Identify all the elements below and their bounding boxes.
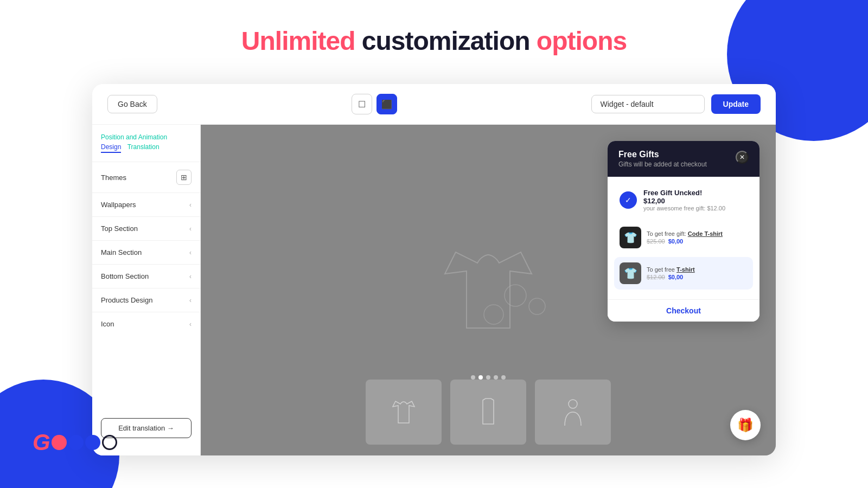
desktop-icon: ⬛ bbox=[381, 99, 392, 110]
gift-item-1-original-price: $25.00 bbox=[647, 238, 665, 245]
page-heading: Unlimited customization options bbox=[0, 26, 868, 56]
gift-item-2-label: To get free T-shirt bbox=[647, 266, 695, 273]
logo-circle-4 bbox=[102, 435, 117, 450]
gift-item-2-prices: $12.00 $0,00 bbox=[647, 274, 695, 280]
update-button[interactable]: Update bbox=[711, 94, 761, 114]
preview-products bbox=[201, 369, 776, 455]
gift-item-1-free-price: $0,00 bbox=[668, 238, 684, 245]
product-tshirt-1-icon bbox=[387, 396, 420, 428]
gifts-popup-header-text: Free Gifts Gifts will be added at checko… bbox=[618, 150, 707, 168]
products-design-label: Products Design bbox=[101, 296, 152, 304]
logo-circle-3 bbox=[85, 435, 100, 450]
active-gift-info: Free Gift Uncked! $12,00 your awesome fr… bbox=[643, 189, 725, 211]
products-design-chevron-icon: ‹ bbox=[189, 297, 192, 304]
gift-thumb-1: 👕 bbox=[620, 227, 641, 248]
gift-item-2-pre: To get free bbox=[647, 266, 676, 273]
gift-item-1: 👕 To get free gift: Code T-shirt $25.00 … bbox=[614, 221, 753, 254]
gift-item-1-link: Code T-shirt bbox=[688, 230, 723, 237]
mobile-view-button[interactable]: ☐ bbox=[352, 94, 372, 114]
toolbar: Go Back ☐ ⬛ Update bbox=[92, 84, 776, 125]
go-back-button[interactable]: Go Back bbox=[107, 95, 157, 113]
main-content: Position and Animation Design Translatio… bbox=[92, 125, 776, 455]
icon-chevron-icon: ‹ bbox=[189, 320, 192, 328]
themes-icon-button[interactable]: ⊞ bbox=[176, 170, 192, 185]
gifts-body: ✓ Free Gift Uncked! $12,00 your awesome … bbox=[608, 177, 760, 299]
gift-item-1-pre: To get free gift: bbox=[647, 230, 688, 237]
sidebar-item-bottom-section[interactable]: Bottom Section ‹ bbox=[92, 264, 200, 288]
gifts-popup-header: Free Gifts Gifts will be added at checko… bbox=[608, 141, 760, 177]
gift-item-2-details: To get free T-shirt $12.00 $0,00 bbox=[647, 266, 695, 280]
tshirt-icon-2: 👕 bbox=[624, 267, 637, 280]
tshirt-icon-1: 👕 bbox=[624, 231, 637, 244]
active-gift-desc: your awesome free gift: $12.00 bbox=[643, 205, 725, 211]
sidebar-item-products-design[interactable]: Products Design ‹ bbox=[92, 288, 200, 312]
gift-item-1-details: To get free gift: Code T-shirt $25.00 $0… bbox=[647, 230, 723, 245]
top-section-label: Top Section bbox=[101, 224, 138, 233]
widget-select-input[interactable] bbox=[591, 95, 705, 113]
main-section-chevron-icon: ‹ bbox=[189, 249, 192, 256]
gift-thumb-2: 👕 bbox=[620, 262, 641, 284]
device-toggle: ☐ ⬛ bbox=[352, 94, 397, 114]
gifts-popup-title: Free Gifts bbox=[618, 150, 707, 159]
product-placeholder-2 bbox=[450, 380, 526, 445]
gift-float-icon: 🎁 bbox=[737, 418, 754, 433]
tab-position-animation[interactable]: Position and Animation bbox=[101, 133, 167, 141]
mobile-icon: ☐ bbox=[358, 99, 366, 110]
gift-item-2-original-price: $12.00 bbox=[647, 274, 665, 280]
logo: G bbox=[33, 429, 117, 455]
product-sketch-svg bbox=[412, 230, 564, 350]
gift-item-1-prices: $25.00 $0,00 bbox=[647, 238, 723, 245]
logo-circles bbox=[52, 435, 117, 450]
gift-item-2: 👕 To get free T-shirt $12.00 $0,00 bbox=[614, 257, 753, 290]
sidebar-item-wallpapers[interactable]: Wallpapers ‹ bbox=[92, 192, 200, 216]
svg-point-3 bbox=[569, 400, 577, 408]
sidebar-tabs: Position and Animation Design Translatio… bbox=[92, 133, 200, 162]
sidebar: Position and Animation Design Translatio… bbox=[92, 125, 201, 455]
preview-center-product bbox=[412, 230, 564, 350]
wallpapers-chevron-icon: ‹ bbox=[189, 201, 192, 209]
active-gift-price: $12,00 bbox=[643, 197, 725, 205]
sidebar-item-themes[interactable]: Themes ⊞ bbox=[92, 162, 200, 192]
gift-item-2-free-price: $0,00 bbox=[668, 274, 684, 280]
svg-point-1 bbox=[529, 298, 545, 314]
product-placeholder-1 bbox=[366, 380, 442, 445]
sidebar-item-main-section[interactable]: Main Section ‹ bbox=[92, 240, 200, 264]
themes-layout-icon: ⊞ bbox=[181, 173, 187, 182]
product-placeholder-3 bbox=[535, 380, 611, 445]
gift-item-2-link: T-shirt bbox=[676, 266, 695, 273]
desktop-view-button[interactable]: ⬛ bbox=[376, 94, 397, 114]
bottom-section-label: Bottom Section bbox=[101, 272, 149, 280]
wallpapers-label: Wallpapers bbox=[101, 201, 136, 209]
gift-item-1-label: To get free gift: Code T-shirt bbox=[647, 230, 723, 237]
sidebar-item-icon[interactable]: Icon ‹ bbox=[92, 312, 200, 336]
preview-area: Free Gifts Gifts will be added at checko… bbox=[201, 125, 776, 455]
product-tshirt-2-icon bbox=[472, 396, 505, 428]
icon-label: Icon bbox=[101, 320, 114, 328]
gifts-close-button[interactable]: ✕ bbox=[736, 151, 749, 164]
svg-point-2 bbox=[484, 305, 503, 324]
checkout-button[interactable]: Checkout bbox=[608, 299, 760, 322]
top-section-chevron-icon: ‹ bbox=[189, 225, 192, 233]
toolbar-right: Update bbox=[591, 94, 761, 114]
tab-design[interactable]: Design bbox=[101, 143, 121, 153]
active-gift-name: Free Gift Uncked! bbox=[643, 189, 725, 197]
svg-point-0 bbox=[505, 285, 526, 306]
gifts-popup-subtitle: Gifts will be added at checkout bbox=[618, 160, 707, 168]
gift-float-button[interactable]: 🎁 bbox=[730, 410, 761, 440]
bottom-section-chevron-icon: ‹ bbox=[189, 273, 192, 280]
product-person-icon bbox=[557, 396, 589, 428]
gift-check-icon: ✓ bbox=[620, 191, 637, 209]
gifts-popup: Free Gifts Gifts will be added at checko… bbox=[608, 141, 760, 322]
logo-circle-1 bbox=[52, 435, 67, 450]
active-gift-item: ✓ Free Gift Uncked! $12,00 your awesome … bbox=[614, 183, 753, 217]
themes-label: Themes bbox=[101, 174, 126, 182]
logo-g-letter: G bbox=[33, 429, 50, 455]
logo-circle-2 bbox=[68, 435, 84, 450]
heading-options: options bbox=[537, 27, 627, 55]
tab-translation[interactable]: Translation bbox=[127, 143, 159, 153]
heading-customization: customization bbox=[355, 27, 537, 55]
app-window: Go Back ☐ ⬛ Update Position and Animatio… bbox=[92, 84, 776, 455]
heading-unlimited: Unlimited bbox=[241, 27, 355, 55]
sidebar-item-top-section[interactable]: Top Section ‹ bbox=[92, 216, 200, 240]
main-section-label: Main Section bbox=[101, 248, 142, 256]
